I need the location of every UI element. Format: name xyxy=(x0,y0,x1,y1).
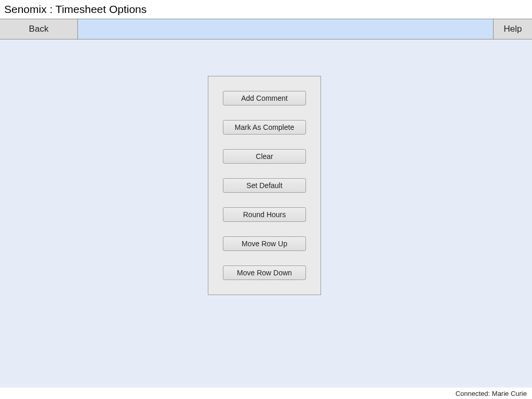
clear-label: Clear xyxy=(256,152,273,161)
clear-button[interactable]: Clear xyxy=(223,149,306,164)
toolbar: Back Help xyxy=(0,19,532,39)
content-area: Add Comment Mark As Complete Clear Set D… xyxy=(0,39,532,388)
back-button[interactable]: Back xyxy=(0,19,78,39)
mark-complete-label: Mark As Complete xyxy=(235,123,294,131)
help-button-label: Help xyxy=(504,24,522,34)
move-row-up-button[interactable]: Move Row Up xyxy=(223,236,306,251)
add-comment-button[interactable]: Add Comment xyxy=(223,91,306,105)
move-row-up-label: Move Row Up xyxy=(242,240,287,248)
back-button-label: Back xyxy=(29,24,49,34)
set-default-button[interactable]: Set Default xyxy=(223,178,306,193)
set-default-label: Set Default xyxy=(246,181,282,190)
add-comment-label: Add Comment xyxy=(241,94,287,102)
toolbar-spacer xyxy=(78,19,493,39)
status-bar: Connected: Marie Curie xyxy=(0,388,532,399)
title-bar: Senomix : Timesheet Options xyxy=(0,0,532,19)
move-row-down-button[interactable]: Move Row Down xyxy=(223,265,306,280)
options-panel: Add Comment Mark As Complete Clear Set D… xyxy=(208,76,321,295)
page-title: Senomix : Timesheet Options xyxy=(4,3,147,16)
move-row-down-label: Move Row Down xyxy=(237,269,292,277)
connection-status: Connected: Marie Curie xyxy=(456,390,527,397)
round-hours-button[interactable]: Round Hours xyxy=(223,207,306,222)
help-button[interactable]: Help xyxy=(493,19,532,39)
mark-complete-button[interactable]: Mark As Complete xyxy=(223,120,306,135)
round-hours-label: Round Hours xyxy=(243,210,286,219)
